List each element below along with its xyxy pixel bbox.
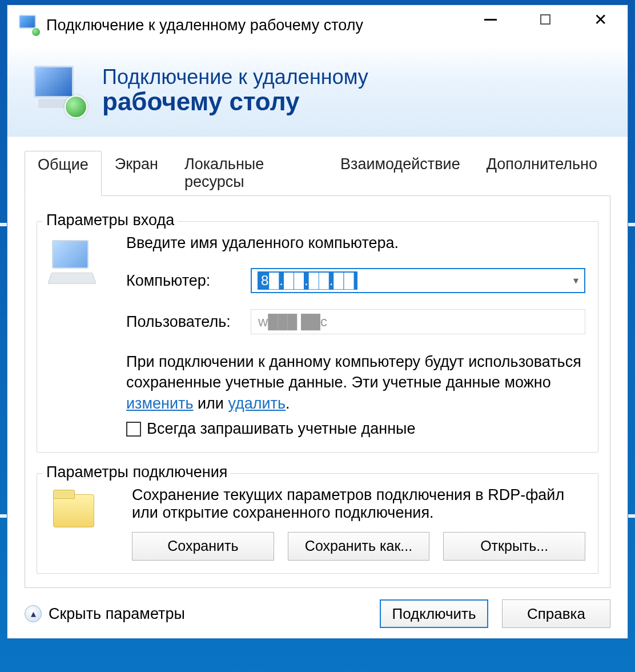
tab-local-resources[interactable]: Локальные ресурсы [171, 150, 327, 195]
connection-desc: Сохранение текущих параметров подключени… [132, 486, 585, 522]
banner-line1: Подключение к удаленному [102, 66, 368, 89]
chevron-down-icon[interactable]: ▾ [573, 274, 578, 287]
close-button[interactable]: ✕ [573, 5, 628, 34]
connection-settings-group: Параметры подключения Сохранение текущих… [37, 473, 598, 574]
computer-label: Компьютер: [126, 272, 240, 290]
login-legend: Параметры входа [43, 211, 178, 229]
computer-value: 8█.██.██.██ [258, 271, 357, 290]
hide-options-toggle[interactable]: ▴ Скрыть параметры [25, 605, 185, 623]
always-ask-checkbox[interactable] [126, 422, 141, 437]
login-settings-group: Параметры входа Введите имя удаленного к… [37, 221, 598, 453]
save-button[interactable]: Сохранить [132, 532, 274, 561]
minimize-button[interactable] [463, 5, 518, 34]
window-title: Подключение к удаленному рабочему столу [46, 17, 363, 34]
chevron-up-icon: ▴ [25, 605, 42, 622]
hide-options-label: Скрыть параметры [49, 605, 185, 623]
username-field[interactable]: w███ ██c [251, 309, 585, 334]
save-as-button[interactable]: Сохранить как... [288, 532, 430, 561]
maximize-button[interactable] [518, 5, 573, 34]
titlebar: Подключение к удаленному рабочему столу … [7, 5, 628, 45]
tab-advanced[interactable]: Дополнительно [473, 150, 610, 195]
always-ask-label: Всегда запрашивать учетные данные [147, 418, 416, 439]
computer-icon [50, 234, 112, 439]
tab-general[interactable]: Общие [25, 151, 102, 196]
computer-combobox[interactable]: 8█.██.██.██ ▾ [251, 268, 585, 293]
user-label: Пользователь: [126, 313, 240, 331]
rdp-window: Подключение к удаленному рабочему столу … [7, 5, 628, 639]
rdp-banner-icon [30, 62, 87, 119]
banner: Подключение к удаленному рабочему столу [7, 45, 628, 137]
change-credentials-link[interactable]: изменить [126, 395, 193, 412]
credentials-info: При подключении к данному компьютеру буд… [126, 351, 585, 439]
folder-icon [50, 486, 118, 561]
delete-credentials-link[interactable]: удалить [228, 395, 286, 412]
tab-display[interactable]: Экран [102, 150, 171, 195]
username-value: w███ ██c [258, 314, 327, 330]
bottom-bar: ▴ Скрыть параметры Подключить Справка [7, 589, 628, 638]
login-prompt: Введите имя удаленного компьютера. [126, 234, 585, 252]
connection-legend: Параметры подключения [43, 463, 231, 481]
connect-button[interactable]: Подключить [380, 599, 488, 628]
banner-line2: рабочему столу [102, 88, 368, 115]
tabstrip: Общие Экран Локальные ресурсы Взаимодейс… [25, 150, 610, 196]
rdp-app-icon [19, 15, 39, 35]
help-button[interactable]: Справка [502, 599, 610, 628]
open-button[interactable]: Открыть... [443, 532, 585, 561]
tab-experience[interactable]: Взаимодействие [327, 150, 473, 195]
